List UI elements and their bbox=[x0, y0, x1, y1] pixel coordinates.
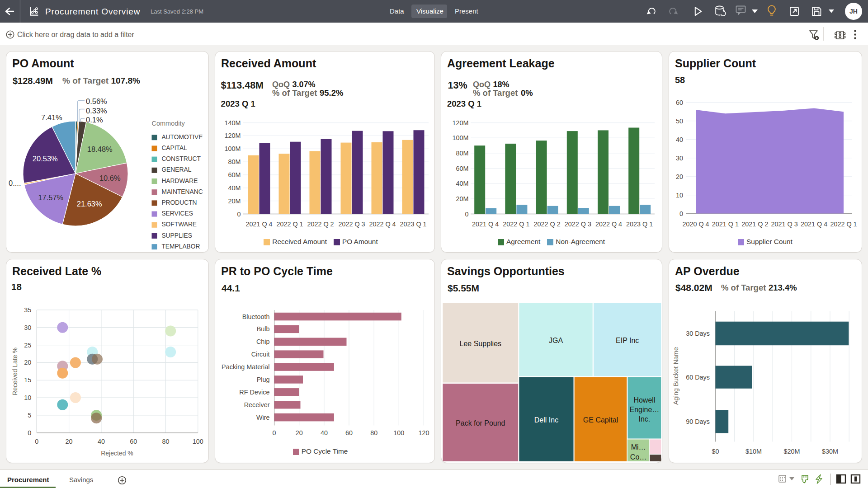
svg-text:JH: JH bbox=[849, 8, 858, 15]
svg-text:Procurement: Procurement bbox=[7, 476, 49, 483]
svg-text:Click here or drag data to add: Click here or drag data to add a filter bbox=[17, 31, 134, 38]
svg-text:Savings: Savings bbox=[69, 476, 93, 483]
